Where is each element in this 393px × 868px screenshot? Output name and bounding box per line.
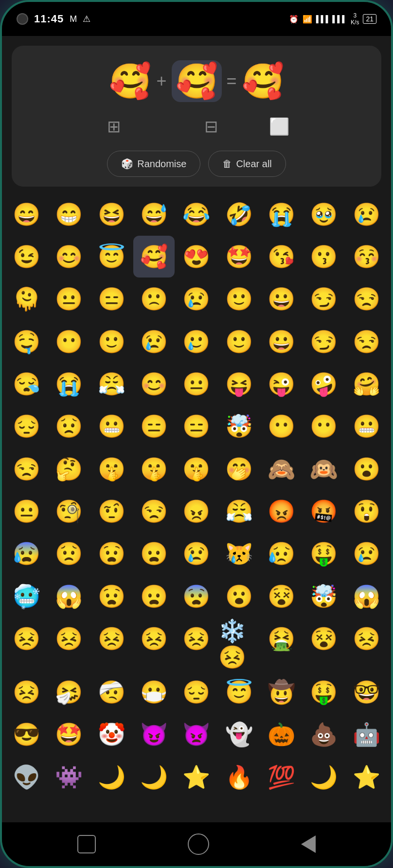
emoji-cell[interactable]: 🤗 <box>346 363 387 404</box>
emoji-cell[interactable]: 😍 <box>176 236 217 277</box>
emoji-cell[interactable]: 😵 <box>261 575 302 617</box>
emoji-cell[interactable]: 😶 <box>303 406 344 447</box>
emoji-cell[interactable]: 🤣 <box>218 193 260 235</box>
emoji-cell[interactable]: 💯 <box>261 756 302 798</box>
emoji-cell[interactable]: 🤑 <box>303 671 344 712</box>
emoji-cell[interactable]: 🥶 <box>6 575 47 617</box>
emoji-cell[interactable]: 🤧 <box>48 671 89 712</box>
emoji-cell[interactable]: 🙈 <box>261 448 302 489</box>
emoji-cell[interactable]: 🤮 <box>261 618 302 659</box>
emoji-cell[interactable]: 😱 <box>346 575 387 617</box>
emoji-cell[interactable]: 😑 <box>176 406 217 447</box>
emoji-cell[interactable]: 😮 <box>218 575 260 617</box>
emoji-cell[interactable]: 🙉 <box>303 448 344 489</box>
emoji-cell[interactable]: 😢 <box>133 321 175 362</box>
emoji-cell[interactable]: 😣 <box>91 618 132 659</box>
emoji-cell[interactable]: 😀 <box>261 278 302 320</box>
emoji-cell[interactable]: 🤯 <box>303 575 344 617</box>
nav-back-button[interactable] <box>301 835 316 853</box>
emoji-cell[interactable]: 😗 <box>303 236 344 277</box>
emoji-cell[interactable]: 😣 <box>133 618 175 659</box>
emoji-cell[interactable]: 😿 <box>218 533 260 574</box>
emoji-cell[interactable]: 😏 <box>303 321 344 362</box>
emoji-cell[interactable]: 🔥 <box>218 756 260 798</box>
emoji-cell[interactable]: 🤪 <box>303 363 344 404</box>
emoji-cell[interactable]: 😣 <box>6 618 47 659</box>
emoji-cell[interactable]: 😑 <box>133 406 175 447</box>
emoji-cell[interactable]: 🙂 <box>218 321 260 362</box>
emoji-cell[interactable]: 🎃 <box>261 714 302 755</box>
emoji-cell[interactable]: 🤭 <box>218 448 260 489</box>
emoji-cell[interactable]: 🌙 <box>133 756 175 798</box>
emoji-cell[interactable]: 😱 <box>48 575 89 617</box>
emoji-cell[interactable]: 🤬 <box>303 490 344 532</box>
emoji-cell[interactable]: 👿 <box>176 714 217 755</box>
emoji-cell[interactable]: ⭐ <box>346 756 387 798</box>
emoji-cell[interactable]: 🤩 <box>48 714 89 755</box>
emoji-cell[interactable]: 🤫 <box>91 448 132 489</box>
emoji-cell[interactable]: 😔 <box>6 406 47 447</box>
emoji-cell[interactable]: 😥 <box>261 533 302 574</box>
emoji-cell[interactable]: 😬 <box>91 406 132 447</box>
emoji-cell[interactable]: 😮 <box>346 448 387 489</box>
emoji-cell[interactable]: 😐 <box>6 490 47 532</box>
emoji-cell[interactable]: 🧐 <box>48 490 89 532</box>
emoji-cell[interactable]: ❄️😣 <box>218 618 260 670</box>
emoji-cell[interactable]: 😇 <box>91 236 132 277</box>
emoji-cell[interactable]: 😷 <box>133 671 175 712</box>
emoji-cell[interactable]: 😇 <box>218 671 260 712</box>
emoji-cell[interactable]: 😢 <box>346 193 387 235</box>
emoji-cell[interactable]: 😵 <box>303 618 344 659</box>
emoji-cell[interactable]: 😎 <box>6 714 47 755</box>
emoji-cell[interactable]: 😒 <box>6 448 47 489</box>
emoji-cell[interactable]: 😨 <box>176 575 217 617</box>
emoji-grid-container[interactable]: 😄😁😆😅😂🤣😭🥹😢😉😊😇🥰😍🤩😘😗😚🫠😐😑🙁😢🙂😀😏😒🤤😶🙂😢🥲🙂😀😏😒😪😭😤😊… <box>2 191 391 822</box>
emoji-cell[interactable]: 👻 <box>218 714 260 755</box>
emoji-cell[interactable]: 😑 <box>91 278 132 320</box>
emoji-cell[interactable]: 😶 <box>261 406 302 447</box>
emoji-cell[interactable]: 😚 <box>346 236 387 277</box>
emoji-cell[interactable]: 😧 <box>91 533 132 574</box>
emoji-cell[interactable]: 😤 <box>218 490 260 532</box>
emoji-cell[interactable]: 💩 <box>303 714 344 755</box>
emoji-cell[interactable]: 😊 <box>48 236 89 277</box>
emoji-cell[interactable]: 😣 <box>6 671 47 712</box>
emoji-cell[interactable]: 🤔 <box>48 448 89 489</box>
emoji-cell[interactable]: 😒 <box>346 278 387 320</box>
mixer-emoji-1[interactable]: 🥰 <box>109 64 151 98</box>
emoji-cell[interactable]: 🤠 <box>261 671 302 712</box>
emoji-cell[interactable]: 🤤 <box>6 321 47 362</box>
nav-home-button[interactable] <box>188 833 209 855</box>
emoji-cell[interactable]: 😐 <box>176 363 217 404</box>
emoji-cell[interactable]: 😆 <box>91 193 132 235</box>
emoji-cell[interactable]: 👽 <box>6 756 47 798</box>
emoji-cell[interactable]: 🤫 <box>133 448 175 489</box>
emoji-cell[interactable]: 😐 <box>48 278 89 320</box>
emoji-cell[interactable]: 👾 <box>48 756 89 798</box>
emoji-cell[interactable]: 🥰 <box>133 236 175 277</box>
emoji-cell[interactable]: 😒 <box>346 321 387 362</box>
emoji-cell[interactable]: 😝 <box>218 363 260 404</box>
emoji-cell[interactable]: 😡 <box>261 490 302 532</box>
emoji-cell[interactable]: 🫠 <box>6 278 47 320</box>
emoji-cell[interactable]: 😭 <box>261 193 302 235</box>
emoji-cell[interactable]: 🤖 <box>346 714 387 755</box>
emoji-cell[interactable]: 😣 <box>346 618 387 659</box>
emoji-cell[interactable]: 😢 <box>346 533 387 574</box>
emoji-cell[interactable]: 🤩 <box>218 236 260 277</box>
emoji-cell[interactable]: 🌙 <box>91 756 132 798</box>
emoji-cell[interactable]: 🙂 <box>218 278 260 320</box>
emoji-cell[interactable]: 😒 <box>133 490 175 532</box>
emoji-cell[interactable]: 😢 <box>176 533 217 574</box>
randomise-button[interactable]: 🎲 Randomise <box>107 151 200 177</box>
emoji-cell[interactable]: 🤨 <box>91 490 132 532</box>
emoji-cell[interactable]: 😦 <box>133 533 175 574</box>
emoji-cell[interactable]: 🥲 <box>176 321 217 362</box>
emoji-cell[interactable]: 😀 <box>261 321 302 362</box>
emoji-cell[interactable]: 😜 <box>261 363 302 404</box>
emoji-cell[interactable]: 🤯 <box>218 406 260 447</box>
emoji-cell[interactable]: 🤡 <box>91 714 132 755</box>
emoji-cell[interactable]: 😲 <box>346 490 387 532</box>
mixer-emoji-2[interactable]: 🥰 <box>172 60 222 102</box>
emoji-cell[interactable]: 🙁 <box>133 278 175 320</box>
